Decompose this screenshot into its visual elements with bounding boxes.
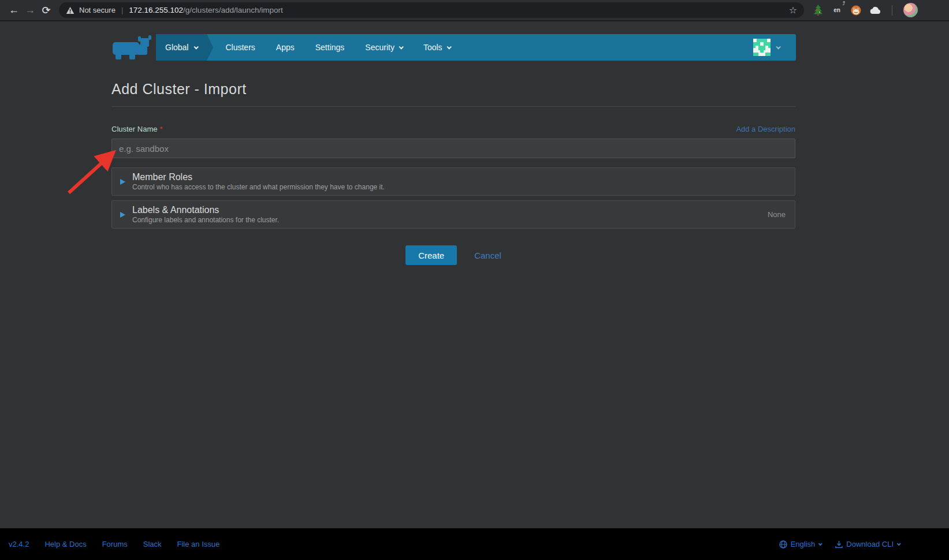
page-title: Add Cluster - Import bbox=[111, 81, 247, 98]
help-docs-link[interactable]: Help & Docs bbox=[44, 540, 86, 548]
accordion-description: Control who has access to the cluster an… bbox=[132, 183, 385, 191]
nav-item-security[interactable]: Security bbox=[365, 43, 403, 52]
chevron-down-icon bbox=[897, 542, 901, 546]
nav-item-tools[interactable]: Tools bbox=[423, 43, 451, 52]
slack-link[interactable]: Slack bbox=[143, 540, 162, 548]
chevron-down-icon bbox=[194, 44, 199, 49]
accordion-title: Member Roles bbox=[132, 172, 385, 182]
nav-label-security: Security bbox=[365, 43, 395, 52]
not-secure-label[interactable]: Not secure bbox=[79, 6, 116, 14]
cloud-download-extension-icon[interactable] bbox=[869, 5, 881, 16]
translate-arrow-glyph: ⤴ bbox=[843, 1, 846, 6]
footer-right-links: English Download CLI bbox=[779, 540, 900, 548]
translate-extension-icon[interactable]: en⤴ bbox=[831, 5, 843, 16]
cluster-name-label-row: Cluster Name* Add a Description bbox=[111, 124, 795, 134]
user-menu[interactable] bbox=[753, 39, 780, 56]
url-text[interactable]: 172.16.255.102/g/clusters/add/launch/imp… bbox=[129, 6, 282, 14]
accordion-title: Labels & Annotations bbox=[132, 205, 279, 215]
accordion-description: Configure labels and annotations for the… bbox=[132, 216, 279, 224]
labels-annotations-accordion[interactable]: Labels & Annotations Configure labels an… bbox=[111, 200, 795, 229]
language-selector[interactable]: English bbox=[779, 540, 822, 548]
version-link[interactable]: v2.4.2 bbox=[9, 540, 29, 548]
nav-items: Clusters Apps Settings Security Tools bbox=[225, 43, 450, 52]
address-bar[interactable]: Not secure | 172.16.255.102/g/clusters/a… bbox=[59, 2, 804, 18]
globe-icon bbox=[779, 540, 787, 548]
omnibox-divider: | bbox=[120, 6, 124, 14]
member-roles-accordion[interactable]: Member Roles Control who has access to t… bbox=[111, 167, 795, 196]
expand-triangle-icon[interactable] bbox=[120, 179, 125, 185]
nav-item-clusters[interactable]: Clusters bbox=[225, 43, 255, 52]
browser-profile-avatar[interactable] bbox=[903, 3, 918, 17]
footer-left-links: v2.4.2 Help & Docs Forums Slack File an … bbox=[9, 540, 219, 548]
chevron-down-icon bbox=[818, 542, 823, 546]
url-path: /g/clusters/add/launch/import bbox=[183, 6, 283, 14]
bookmark-star-icon[interactable]: ☆ bbox=[789, 5, 797, 16]
accordion-value: None bbox=[768, 210, 786, 219]
forums-link[interactable]: Forums bbox=[102, 540, 128, 548]
title-divider bbox=[111, 106, 795, 107]
nav-label-tools: Tools bbox=[423, 43, 442, 52]
file-an-issue-link[interactable]: File an Issue bbox=[177, 540, 220, 548]
download-icon bbox=[835, 540, 843, 548]
user-identicon-avatar bbox=[753, 39, 771, 56]
toolbar-separator bbox=[892, 5, 892, 16]
global-scope-label: Global bbox=[165, 43, 188, 52]
screen: ← → ⟳ Not secure | 172.16.255.102/g/clus… bbox=[0, 0, 949, 560]
nav-label-apps: Apps bbox=[276, 43, 295, 52]
nav-label-settings: Settings bbox=[315, 43, 345, 52]
chevron-down-icon bbox=[776, 44, 780, 49]
browser-back-button[interactable]: ← bbox=[6, 2, 22, 18]
browser-forward-button[interactable]: → bbox=[22, 2, 38, 18]
chevron-down-icon bbox=[446, 44, 451, 49]
cluster-name-label: Cluster Name bbox=[111, 125, 157, 133]
expand-triangle-icon[interactable] bbox=[120, 212, 125, 218]
top-navbar: Global Clusters Apps Settings Security T… bbox=[156, 34, 796, 61]
tampermonkey-extension-icon[interactable] bbox=[850, 5, 862, 16]
translate-extension-label: en bbox=[833, 7, 840, 13]
rancher-logo[interactable] bbox=[111, 35, 153, 63]
cluster-name-input[interactable] bbox=[111, 139, 795, 158]
required-marker: * bbox=[159, 125, 162, 133]
language-label: English bbox=[791, 540, 816, 548]
nav-label-clusters: Clusters bbox=[225, 43, 255, 52]
download-cli-label: Download CLI bbox=[846, 540, 894, 548]
browser-toolbar: ← → ⟳ Not secure | 172.16.255.102/g/clus… bbox=[0, 0, 949, 21]
chevron-down-icon bbox=[399, 44, 403, 49]
add-description-link[interactable]: Add a Description bbox=[736, 125, 795, 133]
create-button[interactable]: Create bbox=[405, 245, 457, 265]
not-secure-warning-icon[interactable] bbox=[66, 6, 75, 14]
nav-item-apps[interactable]: Apps bbox=[276, 43, 295, 52]
global-scope-dropdown[interactable]: Global bbox=[156, 34, 207, 61]
url-host: 172.16.255.102 bbox=[129, 6, 183, 14]
footer: v2.4.2 Help & Docs Forums Slack File an … bbox=[0, 528, 949, 560]
nav-item-settings[interactable]: Settings bbox=[315, 43, 345, 52]
christmas-tree-extension-icon[interactable] bbox=[812, 5, 824, 16]
extensions-row: en⤴ bbox=[812, 3, 918, 17]
form-actions: Create Cancel bbox=[111, 245, 795, 265]
download-cli-menu[interactable]: Download CLI bbox=[835, 540, 900, 548]
browser-reload-button[interactable]: ⟳ bbox=[38, 2, 54, 18]
cancel-link[interactable]: Cancel bbox=[474, 251, 501, 260]
